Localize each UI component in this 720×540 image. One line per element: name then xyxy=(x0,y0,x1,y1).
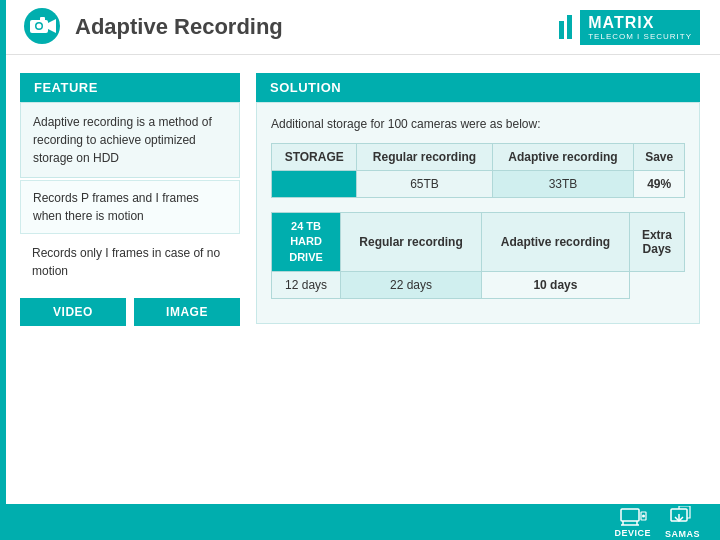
adaptive-recording-header: Adaptive recording xyxy=(492,144,634,171)
main-content: FEATURE Adaptive recording is a method o… xyxy=(0,55,720,344)
samas-icon-item: SAMAS xyxy=(665,506,700,539)
hdd-extra-header: ExtraDays xyxy=(629,213,684,272)
logo-bar-1 xyxy=(559,21,564,39)
svg-rect-6 xyxy=(621,509,639,521)
storage-adaptive-val: 33TB xyxy=(492,171,634,198)
bottom-icons: DEVICE SAMAS xyxy=(614,506,700,539)
samas-label: SAMAS xyxy=(665,529,700,539)
hdd-label-cell: 24 TBHARDDRIVE xyxy=(272,213,341,272)
svg-point-3 xyxy=(37,24,42,29)
right-panel: SOLUTION Additional storage for 100 came… xyxy=(256,73,700,326)
image-button[interactable]: IMAGE xyxy=(134,298,240,326)
logo-bars xyxy=(559,15,572,39)
storage-row-label xyxy=(272,171,357,198)
additional-text: Additional storage for 100 cameras were … xyxy=(271,117,685,131)
device-icon-item: DEVICE xyxy=(614,507,651,538)
solution-body: Additional storage for 100 cameras were … xyxy=(256,102,700,324)
regular-recording-header: Regular recording xyxy=(357,144,492,171)
video-button[interactable]: VIDEO xyxy=(20,298,126,326)
storage-table: STORAGE Regular recording Adaptive recor… xyxy=(271,143,685,198)
logo-matrix-text: MATRIX xyxy=(588,14,654,32)
storage-label-cell: STORAGE xyxy=(272,144,357,171)
left-panel: FEATURE Adaptive recording is a method o… xyxy=(20,73,240,326)
hdd-table: 24 TBHARDDRIVE Regular recording Adaptiv… xyxy=(271,212,685,299)
logo: MATRIX TELECOM I SECURITY xyxy=(559,10,700,45)
page-title: Adaptive Recording xyxy=(75,14,559,40)
bottom-bar: DEVICE SAMAS xyxy=(0,504,720,540)
solution-header: SOLUTION xyxy=(256,73,700,102)
camera-icon xyxy=(20,7,65,47)
feature-description: Adaptive recording is a method of record… xyxy=(20,102,240,178)
hdd-regular-header: Regular recording xyxy=(341,213,482,272)
storage-save-val: 49% xyxy=(634,171,685,198)
svg-point-11 xyxy=(642,514,645,517)
hdd-adaptive-val: 22 days xyxy=(341,272,482,299)
device-label: DEVICE xyxy=(614,528,651,538)
svg-rect-4 xyxy=(40,17,45,21)
logo-subtitle-text: TELECOM I SECURITY xyxy=(588,32,692,41)
logo-text-box: MATRIX TELECOM I SECURITY xyxy=(580,10,700,45)
hdd-extra-val: 10 days xyxy=(481,272,629,299)
hdd-adaptive-header: Adaptive recording xyxy=(481,213,629,272)
samas-icon xyxy=(668,506,696,528)
feature-point-2: Records only I frames in case of no moti… xyxy=(20,236,240,288)
save-header: Save xyxy=(634,144,685,171)
left-accent-bar xyxy=(0,0,6,540)
hdd-regular-val: 12 days xyxy=(272,272,341,299)
device-icon xyxy=(619,507,647,527)
video-image-row: VIDEO IMAGE xyxy=(20,298,240,326)
logo-bar-2 xyxy=(567,15,572,39)
feature-header: FEATURE xyxy=(20,73,240,102)
storage-regular-val: 65TB xyxy=(357,171,492,198)
header: Adaptive Recording MATRIX TELECOM I SECU… xyxy=(0,0,720,55)
feature-point-1: Records P frames and I frames when there… xyxy=(20,180,240,234)
